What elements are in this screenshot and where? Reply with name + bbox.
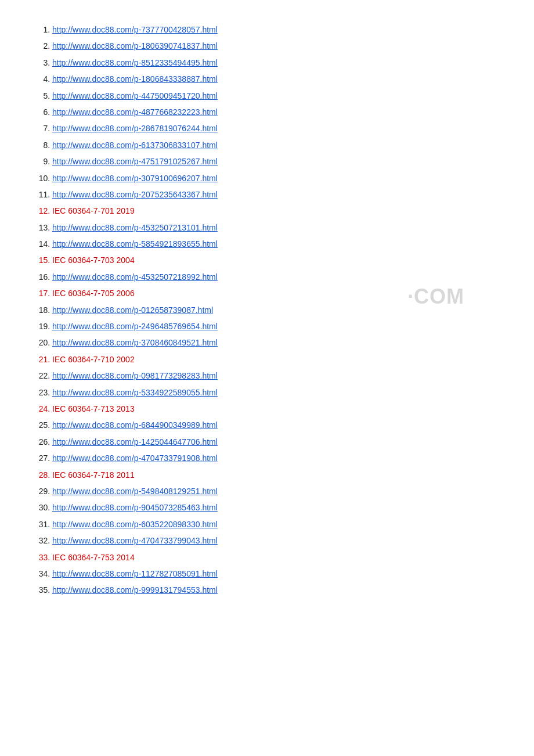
list-item: IEC 60364-7-753 2014 [52,551,499,564]
list-item[interactable]: http://www.doc88.com/p-3079100696207.htm… [52,172,499,185]
list-item[interactable]: http://www.doc88.com/p-4751791025267.htm… [52,155,499,168]
list-item-link[interactable]: http://www.doc88.com/p-6844900349989.htm… [52,420,218,430]
link-list: http://www.doc88.com/p-7377700428057.htm… [35,23,499,597]
list-item: IEC 60364-7-705 2006 [52,287,499,300]
list-item[interactable]: http://www.doc88.com/p-4532507213101.htm… [52,221,499,234]
list-item[interactable]: http://www.doc88.com/p-0981773298283.htm… [52,369,499,382]
list-item[interactable]: http://www.doc88.com/p-4704733791908.htm… [52,452,499,465]
list-item[interactable]: http://www.doc88.com/p-9999131794553.htm… [52,584,499,596]
list-item[interactable]: http://www.doc88.com/p-8512335494495.htm… [52,56,499,69]
list-item[interactable]: http://www.doc88.com/p-1806390741837.htm… [52,39,499,52]
list-item[interactable]: http://www.doc88.com/p-6844900349989.htm… [52,419,499,431]
list-item: IEC 60364-7-703 2004 [52,254,499,267]
list-item-link[interactable]: http://www.doc88.com/p-2075235643367.htm… [52,190,218,199]
list-item-link[interactable]: http://www.doc88.com/p-1806390741837.htm… [52,41,218,51]
list-item[interactable]: http://www.doc88.com/p-1127827085091.htm… [52,567,499,580]
list-item[interactable]: http://www.doc88.com/p-5334922589055.htm… [52,386,499,399]
list-item[interactable]: http://www.doc88.com/p-2867819076244.htm… [52,122,499,135]
list-item-link[interactable]: http://www.doc88.com/p-5334922589055.htm… [52,388,218,397]
list-item-link[interactable]: http://www.doc88.com/p-1425044647706.htm… [52,437,218,447]
list-item[interactable]: http://www.doc88.com/p-5498408129251.htm… [52,485,499,498]
list-item-link[interactable]: http://www.doc88.com/p-1127827085091.htm… [52,569,218,578]
list-item-link[interactable]: http://www.doc88.com/p-0981773298283.htm… [52,371,218,380]
list-item-link[interactable]: http://www.doc88.com/p-3708460849521.htm… [52,338,218,347]
list-item-link[interactable]: http://www.doc88.com/p-6137306833107.htm… [52,141,218,150]
list-item-link[interactable]: http://www.doc88.com/p-6035220898330.htm… [52,520,218,529]
list-item: IEC 60364-7-713 2013 [52,402,499,415]
list-item[interactable]: http://www.doc88.com/p-9045073285463.htm… [52,501,499,514]
list-item-link[interactable]: http://www.doc88.com/p-9999131794553.htm… [52,585,218,595]
list-item-link[interactable]: http://www.doc88.com/p-2867819076244.htm… [52,124,218,133]
list-item-link[interactable]: http://www.doc88.com/p-4532507218992.htm… [52,272,218,282]
list-item[interactable]: http://www.doc88.com/p-5854921893655.htm… [52,237,499,250]
list-item: IEC 60364-7-701 2019 [52,204,499,217]
list-item[interactable]: http://www.doc88.com/p-012658739087.html [52,304,499,316]
list-item-link[interactable]: http://www.doc88.com/p-4532507213101.htm… [52,223,218,232]
list-item-link[interactable]: http://www.doc88.com/p-4704733791908.htm… [52,453,218,463]
list-item-link[interactable]: http://www.doc88.com/p-7377700428057.htm… [52,25,218,34]
list-item-link[interactable]: http://www.doc88.com/p-2496485769654.htm… [52,322,218,331]
list-item-link[interactable]: http://www.doc88.com/p-012658739087.html [52,305,213,315]
list-item[interactable]: http://www.doc88.com/p-6035220898330.htm… [52,518,499,531]
list-item[interactable]: http://www.doc88.com/p-4877668232223.htm… [52,106,499,118]
list-item: IEC 60364-7-718 2011 [52,469,499,481]
list-item[interactable]: http://www.doc88.com/p-2075235643367.htm… [52,188,499,201]
list-item-link[interactable]: http://www.doc88.com/p-3079100696207.htm… [52,174,218,183]
list-item[interactable]: http://www.doc88.com/p-4532507218992.htm… [52,271,499,283]
list-item[interactable]: http://www.doc88.com/p-1425044647706.htm… [52,435,499,448]
list-item[interactable]: http://www.doc88.com/p-2496485769654.htm… [52,320,499,333]
list-item-link[interactable]: http://www.doc88.com/p-4751791025267.htm… [52,157,218,166]
list-item-link[interactable]: http://www.doc88.com/p-5854921893655.htm… [52,239,218,249]
list-item-link[interactable]: http://www.doc88.com/p-1806843338887.htm… [52,74,218,84]
list-item-link[interactable]: http://www.doc88.com/p-4475009451720.htm… [52,91,218,100]
list-item[interactable]: http://www.doc88.com/p-6137306833107.htm… [52,139,499,152]
list-item[interactable]: http://www.doc88.com/p-4475009451720.htm… [52,89,499,102]
list-item-link[interactable]: http://www.doc88.com/p-4704733799043.htm… [52,536,218,545]
list-item-link[interactable]: http://www.doc88.com/p-5498408129251.htm… [52,487,218,496]
list-item-link[interactable]: http://www.doc88.com/p-8512335494495.htm… [52,58,218,67]
list-item[interactable]: http://www.doc88.com/p-7377700428057.htm… [52,23,499,36]
list-item-link[interactable]: http://www.doc88.com/p-4877668232223.htm… [52,107,218,117]
list-item-link[interactable]: http://www.doc88.com/p-9045073285463.htm… [52,503,218,512]
list-item[interactable]: http://www.doc88.com/p-3708460849521.htm… [52,336,499,349]
list-item[interactable]: http://www.doc88.com/p-1806843338887.htm… [52,73,499,85]
list-item[interactable]: http://www.doc88.com/p-4704733799043.htm… [52,534,499,547]
list-item: IEC 60364-7-710 2002 [52,353,499,366]
